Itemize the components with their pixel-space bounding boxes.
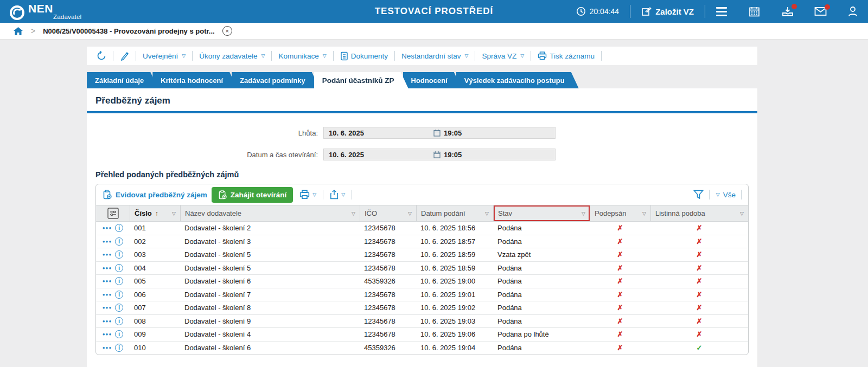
tab-podani-ucastniku-zp[interactable]: Podání účastníků ZP [314,72,409,88]
table-row[interactable]: ●●● i 008 Dodavatel - školení 9 12345678… [96,315,748,329]
messages-notification-dot [825,4,830,10]
table-row[interactable]: ●●● i 002 Dodavatel - školení 3 12345678… [96,235,748,249]
filter-caret-icon[interactable]: ▽ [485,211,489,216]
row-info-icon[interactable]: i [115,224,123,232]
header-stav-highlighted[interactable]: Stav ▽ [493,205,590,221]
calendar-small-icon [433,151,441,158]
menu-komunikace[interactable]: Komunikace ▽ [274,52,330,60]
create-vz-button[interactable]: Založit VZ [641,7,694,17]
filter-caret-icon[interactable]: ▽ [582,211,585,216]
zahajit-oteviranai-button[interactable]: Zahájit otevírání [212,187,293,203]
row-actions-icon[interactable]: ●●● [103,266,112,271]
row-info-icon[interactable]: i [115,330,123,338]
table-row[interactable]: ●●● i 006 Dodavatel - školení 7 12345678… [96,288,748,302]
row-actions-icon[interactable]: ●●● [103,292,112,297]
header-ico[interactable]: IČO ▽ [360,205,416,221]
cell-datum-podani: 10. 6. 2025 19:04 [416,344,493,352]
filter-icon[interactable] [693,190,704,199]
table-row[interactable]: ●●● i 001 Dodavatel - školení 2 12345678… [96,222,748,235]
tab-vysledek[interactable]: Výsledek zadávacího postupu [456,72,579,88]
lhuta-field[interactable]: 10. 6. 2025 19:05 [323,127,556,139]
nen-logo[interactable]: NEN Zadavatel [10,3,81,20]
brand-subtitle: Zadavatel [53,14,81,20]
clipboard-open-icon [218,190,227,199]
filter-caret-icon[interactable]: ▽ [642,211,646,216]
history-button[interactable] [92,51,111,61]
breadcrumb-item[interactable]: N006/25/V00005438 - Provozování prodejny… [43,27,214,35]
menu-ukony-zadavatele[interactable]: Úkony zadavatele ▽ [195,52,269,60]
messages-button[interactable] [814,7,827,16]
evidovat-button[interactable]: Evidovat předběžný zájem [103,190,207,199]
tab-hodnoceni[interactable]: Hodnocení [403,72,462,88]
cell-cislo: 004 [130,264,180,272]
clock-value: 20:04:44 [590,7,620,16]
row-actions-icon[interactable]: ●●● [103,252,112,257]
cell-nazev-dodavatele: Dodavatel - školení 6 [180,277,360,285]
create-vz-label: Založit VZ [655,7,694,16]
menu-icon[interactable] [716,7,727,16]
filter-caret-icon[interactable]: ▽ [172,211,176,216]
inbox-button[interactable] [782,6,794,17]
menu-tisk-zaznamu[interactable]: Tisk záznamu [533,51,599,60]
cell-stav: Vzata zpět [493,250,590,259]
row-info-icon[interactable]: i [115,237,123,246]
row-info-icon[interactable]: i [115,317,123,325]
print-table-button[interactable]: ▽ [297,190,318,199]
table-row[interactable]: ●●● i 007 Dodavatel - školení 8 12345678… [96,301,748,315]
row-actions-icon[interactable]: ●●● [103,279,112,284]
calendar-icon[interactable] [749,6,760,17]
printer-icon [538,51,547,60]
table-row[interactable]: ●●● i 009 Dodavatel - školení 4 12345678… [96,328,748,342]
lhuta-time-value[interactable]: 19:05 [444,129,462,137]
header-podepsan-label: Podepsán [595,209,627,217]
user-icon[interactable] [847,6,858,17]
export-button[interactable]: ▽ [328,190,347,199]
table-row[interactable]: ●●● i 003 Dodavatel - školení 5 12345678… [96,248,748,262]
row-actions-icon[interactable]: ●●● [103,305,112,310]
row-actions-icon[interactable]: ●●● [103,332,112,337]
otevirani-time-value[interactable]: 19:05 [444,151,462,159]
row-info-icon[interactable]: i [115,291,123,299]
row-info-icon[interactable]: i [115,264,123,272]
tab-kriteria-hodnoceni[interactable]: Kritéria hodnocení [152,72,237,88]
menu-label: Uveřejnění [143,52,178,60]
otevirani-field[interactable]: 10. 6. 2025 19:05 [323,149,556,160]
edit-record-button[interactable] [116,51,133,61]
lhuta-date-value[interactable]: 10. 6. 2025 [324,129,432,137]
menu-uverejneni[interactable]: Uveřejnění ▽ [138,52,190,60]
header-nazev-dodavatele[interactable]: Název dodavatele ▽ [180,205,360,221]
row-info-icon[interactable]: i [115,277,123,285]
row-actions-icon[interactable]: ●●● [103,345,112,350]
home-icon[interactable] [13,27,23,36]
row-actions-icon[interactable]: ●●● [103,319,112,324]
tab-zadavaci-podminky[interactable]: Zadávací podmínky [232,72,320,88]
record-tabs: Základní údaje Kritéria hodnocení Zadáva… [87,72,757,88]
filter-caret-icon[interactable]: ▽ [740,211,744,216]
menu-nestandardni-stav[interactable]: Nestandardní stav ▽ [397,52,473,60]
cell-stav: Podána [493,317,590,325]
column-settings-header[interactable] [96,205,130,221]
filter-vse-dropdown[interactable]: ▽ Vše [715,191,736,199]
header-datum-podani[interactable]: Datum podání ▽ [416,205,493,221]
filter-caret-icon[interactable]: ▽ [408,211,412,216]
row-info-icon[interactable]: i [115,344,123,352]
row-info-icon[interactable]: i [115,250,123,259]
header-cislo[interactable]: Číslo ↑ ▽ [130,205,180,221]
close-tab-icon[interactable]: × [222,26,232,36]
table-row[interactable]: ●●● i 005 Dodavatel - školení 6 45359326… [96,275,748,288]
row-info-icon[interactable]: i [115,304,123,312]
podepsan-mark-icon: ✗ [617,237,623,246]
header-listinna-podoba[interactable]: Listinná podoba ▽ [650,205,748,221]
menu-dokumenty[interactable]: Dokumenty [336,51,392,61]
table-row[interactable]: ●●● i 004 Dodavatel - školení 5 12345678… [96,262,748,275]
tab-zakladni-udaje[interactable]: Základní údaje [87,72,158,88]
otevirani-date-value[interactable]: 10. 6. 2025 [324,151,432,159]
row-actions-icon[interactable]: ●●● [103,239,112,244]
filter-caret-icon[interactable]: ▽ [352,211,355,216]
header-podepsan[interactable]: Podepsán ▽ [590,205,650,221]
menu-sprava-vz[interactable]: Správa VZ ▽ [477,52,528,60]
row-actions-icon[interactable]: ●●● [103,226,112,230]
cell-ico: 45359326 [360,344,416,352]
table-row[interactable]: ●●● i 010 Dodavatel - školení 6 45359326… [96,342,748,355]
listinna-mark-icon: ✗ [697,291,703,299]
